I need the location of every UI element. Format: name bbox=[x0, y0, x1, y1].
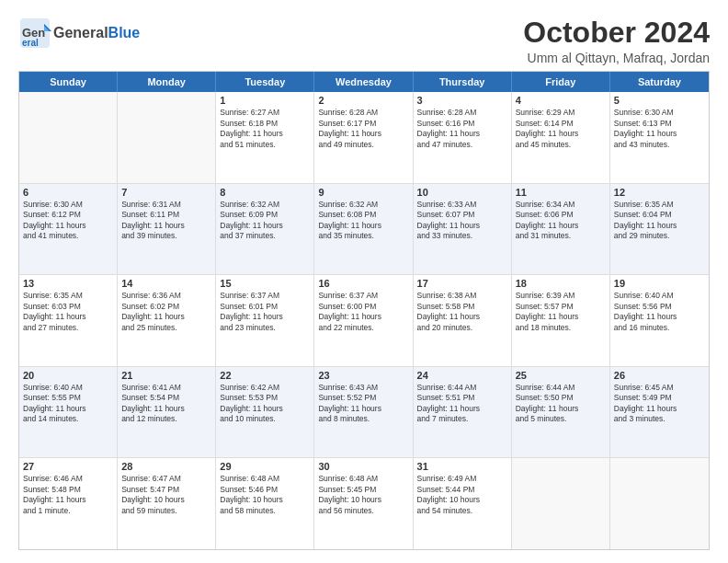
calendar-cell: 2Sunrise: 6:28 AMSunset: 6:17 PMDaylight… bbox=[314, 92, 413, 183]
cell-text-line: Daylight: 11 hours bbox=[614, 221, 705, 231]
title-area: October 2024 Umm al Qittayn, Mafraq, Jor… bbox=[523, 17, 710, 65]
logo-area: Gen eral GeneralBlue bbox=[18, 17, 140, 50]
cell-text-line: Daylight: 11 hours bbox=[220, 221, 310, 231]
calendar-cell: 5Sunrise: 6:30 AMSunset: 6:13 PMDaylight… bbox=[610, 92, 709, 183]
cell-text-line: Sunset: 5:55 PM bbox=[23, 393, 113, 403]
page-header: Gen eral GeneralBlue October 2024 Umm al… bbox=[18, 17, 710, 65]
cell-text-line: Daylight: 10 hours bbox=[318, 495, 408, 505]
cell-text-line: Sunset: 5:56 PM bbox=[614, 302, 705, 312]
day-number: 18 bbox=[516, 278, 606, 289]
day-number: 7 bbox=[121, 187, 211, 198]
day-number: 25 bbox=[516, 370, 606, 381]
cell-text-line: and 23 minutes. bbox=[220, 323, 310, 333]
cell-text-line: Daylight: 11 hours bbox=[23, 221, 113, 231]
cell-text-line: Daylight: 11 hours bbox=[121, 221, 211, 231]
calendar-cell: 9Sunrise: 6:32 AMSunset: 6:08 PMDaylight… bbox=[314, 184, 413, 275]
cell-text-line: Sunset: 6:03 PM bbox=[23, 302, 113, 312]
header-day-sunday: Sunday bbox=[19, 72, 118, 92]
cell-text-line: Daylight: 10 hours bbox=[121, 495, 211, 505]
calendar-cell: 1Sunrise: 6:27 AMSunset: 6:18 PMDaylight… bbox=[216, 92, 314, 183]
day-number: 28 bbox=[121, 461, 211, 472]
cell-text-line: Daylight: 10 hours bbox=[220, 495, 310, 505]
cell-text-line: Daylight: 11 hours bbox=[23, 495, 113, 505]
calendar-cell: 23Sunrise: 6:43 AMSunset: 5:52 PMDayligh… bbox=[314, 367, 413, 458]
cell-text-line: Sunset: 5:50 PM bbox=[516, 393, 606, 403]
cell-text-line: Sunset: 6:13 PM bbox=[614, 119, 705, 129]
cell-text-line: Daylight: 11 hours bbox=[318, 312, 408, 322]
header-day-tuesday: Tuesday bbox=[216, 72, 314, 92]
cell-text-line: Sunrise: 6:40 AM bbox=[23, 383, 113, 393]
cell-text-line: Daylight: 11 hours bbox=[318, 404, 408, 414]
cell-text-line: Daylight: 10 hours bbox=[417, 495, 507, 505]
cell-text-line: and 51 minutes. bbox=[220, 140, 310, 150]
cell-text-line: Daylight: 11 hours bbox=[417, 129, 507, 139]
cell-text-line: Sunrise: 6:28 AM bbox=[417, 108, 507, 118]
cell-text-line: Sunset: 5:51 PM bbox=[417, 393, 507, 403]
cell-text-line: Sunrise: 6:30 AM bbox=[614, 108, 705, 118]
calendar-cell: 20Sunrise: 6:40 AMSunset: 5:55 PMDayligh… bbox=[19, 367, 118, 458]
cell-text-line: Sunrise: 6:49 AM bbox=[417, 474, 507, 484]
calendar-cell: 8Sunrise: 6:32 AMSunset: 6:09 PMDaylight… bbox=[216, 184, 314, 275]
cell-text-line: and 31 minutes. bbox=[516, 231, 606, 241]
cell-text-line: Sunrise: 6:39 AM bbox=[516, 291, 606, 301]
cell-text-line: Daylight: 11 hours bbox=[417, 221, 507, 231]
cell-text-line: Sunrise: 6:44 AM bbox=[516, 383, 606, 393]
day-number: 15 bbox=[220, 278, 310, 289]
cell-text-line: Sunset: 6:12 PM bbox=[23, 210, 113, 220]
cell-text-line: and 35 minutes. bbox=[318, 231, 408, 241]
cell-text-line: and 47 minutes. bbox=[417, 140, 507, 150]
cell-text-line: and 3 minutes. bbox=[614, 414, 705, 424]
cell-text-line: Daylight: 11 hours bbox=[121, 312, 211, 322]
cell-text-line: and 37 minutes. bbox=[220, 231, 310, 241]
header-day-monday: Monday bbox=[118, 72, 216, 92]
calendar-cell: 7Sunrise: 6:31 AMSunset: 6:11 PMDaylight… bbox=[118, 184, 216, 275]
day-number: 13 bbox=[23, 278, 113, 289]
calendar-cell: 30Sunrise: 6:48 AMSunset: 5:45 PMDayligh… bbox=[314, 458, 413, 549]
cell-text-line: Sunrise: 6:32 AM bbox=[220, 200, 310, 210]
month-title: October 2024 bbox=[523, 17, 710, 49]
cell-text-line: Daylight: 11 hours bbox=[220, 404, 310, 414]
cell-text-line: Sunset: 6:01 PM bbox=[220, 302, 310, 312]
cell-text-line: Daylight: 11 hours bbox=[121, 404, 211, 414]
calendar-cell: 11Sunrise: 6:34 AMSunset: 6:06 PMDayligh… bbox=[512, 184, 610, 275]
cell-text-line: Sunset: 6:06 PM bbox=[516, 210, 606, 220]
cell-text-line: Sunrise: 6:37 AM bbox=[318, 291, 408, 301]
calendar-week-3: 13Sunrise: 6:35 AMSunset: 6:03 PMDayligh… bbox=[19, 274, 709, 366]
cell-text-line: and 20 minutes. bbox=[417, 323, 507, 333]
cell-text-line: and 14 minutes. bbox=[23, 414, 113, 424]
cell-text-line: Daylight: 11 hours bbox=[516, 129, 606, 139]
cell-text-line: Daylight: 11 hours bbox=[614, 312, 705, 322]
cell-text-line: Daylight: 11 hours bbox=[516, 221, 606, 231]
calendar-cell: 4Sunrise: 6:29 AMSunset: 6:14 PMDaylight… bbox=[512, 92, 610, 183]
day-number: 19 bbox=[614, 278, 705, 289]
calendar-cell: 27Sunrise: 6:46 AMSunset: 5:48 PMDayligh… bbox=[19, 458, 118, 549]
cell-text-line: Sunrise: 6:48 AM bbox=[318, 474, 408, 484]
day-number: 26 bbox=[614, 370, 705, 381]
calendar-cell bbox=[610, 458, 709, 549]
calendar-week-5: 27Sunrise: 6:46 AMSunset: 5:48 PMDayligh… bbox=[19, 457, 709, 549]
calendar-cell: 6Sunrise: 6:30 AMSunset: 6:12 PMDaylight… bbox=[19, 184, 118, 275]
header-day-friday: Friday bbox=[512, 72, 610, 92]
location-subtitle: Umm al Qittayn, Mafraq, Jordan bbox=[523, 51, 710, 65]
cell-text-line: Sunrise: 6:44 AM bbox=[417, 383, 507, 393]
day-number: 27 bbox=[23, 461, 113, 472]
cell-text-line: Daylight: 11 hours bbox=[417, 312, 507, 322]
cell-text-line: Sunrise: 6:35 AM bbox=[614, 200, 705, 210]
calendar-cell: 29Sunrise: 6:48 AMSunset: 5:46 PMDayligh… bbox=[216, 458, 314, 549]
cell-text-line: Sunrise: 6:30 AM bbox=[23, 200, 113, 210]
cell-text-line: and 25 minutes. bbox=[121, 323, 211, 333]
calendar-cell: 18Sunrise: 6:39 AMSunset: 5:57 PMDayligh… bbox=[512, 275, 610, 366]
calendar-cell: 22Sunrise: 6:42 AMSunset: 5:53 PMDayligh… bbox=[216, 367, 314, 458]
day-number: 8 bbox=[220, 187, 310, 198]
cell-text-line: Sunrise: 6:37 AM bbox=[220, 291, 310, 301]
day-number: 4 bbox=[516, 95, 606, 106]
cell-text-line: Sunset: 5:52 PM bbox=[318, 393, 408, 403]
cell-text-line: Sunrise: 6:32 AM bbox=[318, 200, 408, 210]
cell-text-line: Sunset: 6:00 PM bbox=[318, 302, 408, 312]
calendar-header: SundayMondayTuesdayWednesdayThursdayFrid… bbox=[19, 72, 709, 92]
cell-text-line: Sunset: 5:46 PM bbox=[220, 485, 310, 495]
day-number: 24 bbox=[417, 370, 507, 381]
calendar-cell: 24Sunrise: 6:44 AMSunset: 5:51 PMDayligh… bbox=[414, 367, 512, 458]
cell-text-line: Sunset: 6:02 PM bbox=[121, 302, 211, 312]
cell-text-line: and 33 minutes. bbox=[417, 231, 507, 241]
